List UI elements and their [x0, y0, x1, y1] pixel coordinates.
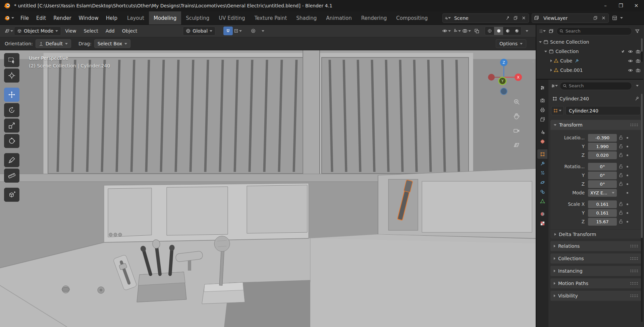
minimize-button[interactable]: – [598, 0, 613, 11]
topbar-overflow-button[interactable] [618, 15, 625, 21]
lock-icon[interactable] [617, 219, 625, 224]
camera-icon[interactable] [636, 58, 641, 63]
properties-filter-button[interactable] [634, 83, 641, 89]
rotation-z-field[interactable]: 0° [588, 180, 617, 188]
view-layer-name[interactable]: ViewLayer [541, 15, 591, 21]
menu-object[interactable]: Object [119, 27, 141, 35]
menu-select[interactable]: Select [80, 27, 101, 35]
rotation-x-field[interactable]: 0° [588, 163, 617, 171]
location-x-field[interactable]: -0.390 [588, 134, 617, 142]
viewport-3d[interactable]: User Perspective (2) Scene Collection | … [0, 50, 536, 327]
tab-object-data[interactable] [537, 196, 547, 206]
drag-handle-icon[interactable] [630, 257, 638, 260]
lock-icon[interactable] [617, 135, 625, 140]
scale-y-field[interactable]: 0.161 [588, 209, 617, 217]
sidebar-toggle-arrow[interactable]: ‹ [532, 58, 534, 65]
tab-compositing[interactable]: Compositing [391, 11, 432, 25]
tab-layout[interactable]: Layout [122, 11, 149, 25]
navigation-gizmo[interactable]: Z X Y [485, 56, 522, 98]
maximize-button[interactable]: ❐ [613, 0, 629, 11]
transform-tool[interactable] [4, 134, 19, 148]
lock-icon[interactable] [617, 173, 625, 178]
menu-view[interactable]: View [62, 27, 79, 35]
tab-render[interactable] [537, 96, 547, 105]
tab-object[interactable] [537, 149, 547, 159]
measure-tool[interactable] [4, 169, 19, 183]
properties-search[interactable] [560, 82, 632, 90]
expand-icon[interactable] [539, 41, 542, 43]
camera-icon[interactable] [636, 49, 641, 54]
animate-dot-icon[interactable] [627, 203, 628, 205]
tab-scene[interactable] [537, 127, 547, 137]
lock-icon[interactable] [617, 144, 625, 149]
relations-panel[interactable]: Relations [550, 241, 641, 251]
eye-icon[interactable] [628, 49, 633, 54]
delta-transform-subpanel[interactable]: Delta Transform [550, 229, 641, 239]
remove-view-layer-button[interactable] [600, 15, 607, 21]
close-button[interactable]: ✕ [629, 0, 644, 11]
move-tool[interactable] [4, 88, 19, 102]
row-label[interactable]: Scene Collection [550, 39, 589, 45]
menu-render[interactable]: Render [50, 11, 75, 25]
outliner-row-collection[interactable]: Collection [536, 47, 643, 56]
animate-dot-icon[interactable] [627, 166, 628, 168]
pin-scene-button[interactable] [504, 15, 511, 21]
drag-handle-icon[interactable] [630, 269, 638, 273]
rendered-shading-button[interactable] [512, 27, 521, 35]
tab-animation[interactable]: Animation [321, 11, 356, 25]
tab-particles[interactable] [537, 168, 547, 178]
rotation-mode-dropdown[interactable]: XYZ E... [588, 189, 617, 197]
scale-z-field[interactable]: 15.67 [588, 218, 617, 226]
snap-settings-button[interactable] [233, 27, 243, 35]
xray-toggle-button[interactable] [472, 27, 481, 35]
tab-physics[interactable] [537, 178, 547, 187]
lock-icon[interactable] [617, 153, 625, 157]
menu-help[interactable]: Help [102, 11, 121, 25]
menu-window[interactable]: Window [75, 11, 102, 25]
drag-handle-icon[interactable] [630, 244, 638, 248]
scale-tool[interactable] [4, 119, 19, 133]
blender-menu-button[interactable] [0, 11, 17, 25]
animate-dot-icon[interactable] [627, 212, 628, 214]
scene-name[interactable]: Scene [452, 15, 503, 21]
expand-icon[interactable] [544, 51, 547, 52]
expand-icon[interactable] [550, 59, 552, 62]
drag-handle-icon[interactable] [630, 282, 638, 285]
toggle-perspective-button[interactable] [512, 141, 521, 149]
eye-icon[interactable] [628, 68, 633, 73]
scene-render[interactable] [0, 50, 536, 327]
outliner-row-scene-collection[interactable]: Scene Collection [536, 37, 643, 47]
annotate-tool[interactable] [4, 153, 19, 167]
motion-paths-panel[interactable]: Motion Paths [550, 278, 641, 288]
checkbox-icon[interactable] [621, 49, 625, 54]
animate-dot-icon[interactable] [627, 192, 628, 194]
rotate-tool[interactable] [4, 103, 19, 117]
wireframe-shading-button[interactable] [485, 27, 494, 35]
new-scene-button[interactable] [513, 15, 519, 21]
object-id-button[interactable] [551, 106, 564, 115]
outliner-editor-type-button[interactable] [539, 28, 546, 35]
properties-search-input[interactable] [569, 83, 629, 88]
tab-rendering[interactable]: Rendering [357, 11, 392, 25]
drag-dropdown[interactable]: Select Box [94, 39, 131, 48]
snap-toggle-button[interactable] [223, 27, 233, 35]
tab-modifiers[interactable] [537, 159, 547, 168]
add-cube-tool[interactable] [4, 188, 19, 202]
lock-icon[interactable] [617, 202, 625, 206]
animate-dot-icon[interactable] [627, 183, 628, 185]
outliner-display-mode-button[interactable] [548, 28, 554, 35]
location-y-field[interactable]: 1.990 [588, 143, 617, 150]
outliner-row-cube-001[interactable]: Cube.001 [536, 65, 643, 75]
orientation-dropdown[interactable]: Default [36, 39, 71, 48]
material-shading-button[interactable] [503, 27, 512, 35]
overlays-dropdown-button[interactable] [462, 27, 471, 35]
visibility-panel[interactable]: Visibility [550, 291, 641, 301]
menu-edit[interactable]: Edit [33, 11, 50, 25]
options-dropdown[interactable]: Options [496, 39, 526, 48]
tab-tool[interactable] [537, 83, 547, 92]
outliner-row-cube[interactable]: Cube [536, 56, 643, 65]
location-z-field[interactable]: 0.020 [588, 151, 617, 159]
transform-orientation-dropdown[interactable]: Global [183, 27, 215, 36]
properties-scrollbar[interactable] [641, 94, 643, 322]
proportional-falloff-button[interactable] [258, 27, 268, 35]
